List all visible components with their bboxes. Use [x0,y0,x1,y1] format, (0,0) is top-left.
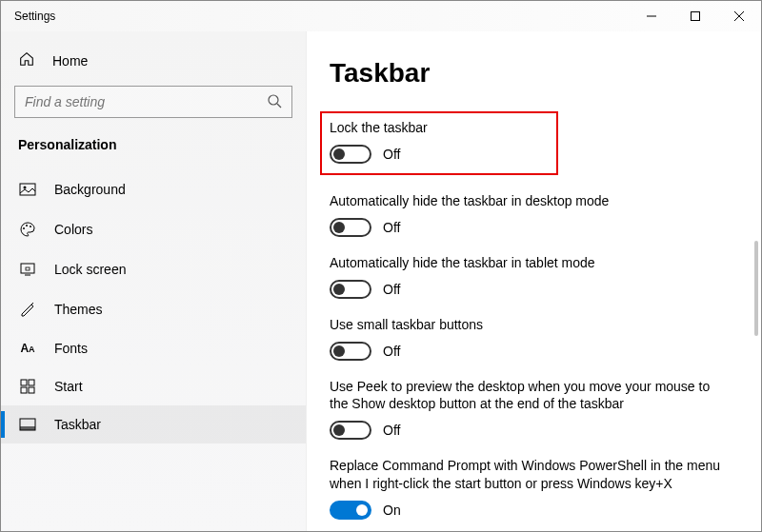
sidebar-item-label: Lock screen [54,262,126,277]
window-title: Settings [14,10,55,23]
setting-lock-taskbar: Lock the taskbar Off [320,111,558,175]
svg-rect-17 [29,387,34,393]
fonts-icon: AA [18,342,37,355]
themes-icon [18,301,37,318]
toggle-autohide-desktop[interactable] [330,218,371,237]
maximize-button[interactable] [673,1,717,31]
sidebar-item-label: Start [54,379,83,394]
svg-rect-16 [21,387,27,393]
lock-screen-icon [18,261,37,278]
sidebar-item-fonts[interactable]: AA Fonts [1,329,306,367]
home-label: Home [52,53,88,69]
setting-label: Use Peek to preview the desktop when you… [330,378,730,414]
setting-autohide-tablet: Automatically hide the taskbar in tablet… [330,254,742,299]
svg-rect-13 [26,267,30,270]
toggle-powershell[interactable] [330,501,371,520]
close-button[interactable] [717,1,761,31]
scrollbar[interactable] [754,241,758,336]
svg-line-5 [277,104,281,108]
sidebar-item-start[interactable]: Start [1,367,306,405]
search-icon [267,93,282,111]
titlebar: Settings [1,1,761,31]
toggle-state: Off [383,220,400,235]
setting-autohide-desktop: Automatically hide the taskbar in deskto… [330,192,742,237]
window-controls [630,1,761,31]
home-link[interactable]: Home [1,43,306,78]
sidebar-item-colors[interactable]: Colors [1,209,306,249]
start-icon [18,379,37,394]
toggle-state: Off [383,147,400,162]
toggle-state: Off [383,282,400,297]
toggle-autohide-tablet[interactable] [330,280,371,299]
minimize-button[interactable] [630,1,673,31]
toggle-small-buttons[interactable] [330,342,371,361]
setting-peek: Use Peek to preview the desktop when you… [330,378,742,441]
taskbar-icon [18,418,37,431]
toggle-peek[interactable] [330,421,371,440]
picture-icon [18,181,37,198]
sidebar-item-label: Fonts [54,341,88,356]
svg-rect-15 [29,380,34,385]
svg-point-4 [269,95,278,105]
sidebar-item-taskbar[interactable]: Taskbar [1,405,306,443]
svg-point-9 [26,225,28,227]
sidebar-item-lock-screen[interactable]: Lock screen [1,249,306,289]
home-icon [18,50,35,70]
sidebar-item-label: Taskbar [54,417,101,432]
toggle-state: Off [383,344,400,359]
sidebar-item-label: Background [54,182,126,197]
setting-label: Replace Command Prompt with Windows Powe… [330,457,730,493]
setting-small-buttons: Use small taskbar buttons Off [330,316,742,361]
toggle-state: Off [383,423,400,438]
search-input[interactable] [25,94,267,109]
svg-point-10 [30,226,31,227]
search-box[interactable] [14,86,292,118]
group-label: Personalization [1,128,306,169]
toggle-state: On [383,502,401,518]
toggle-lock-taskbar[interactable] [330,145,371,164]
setting-label: Automatically hide the taskbar in deskto… [330,192,730,210]
page-title: Taskbar [330,58,742,89]
sidebar: Home Personalization Background Colors L… [1,31,307,532]
setting-label: Automatically hide the taskbar in tablet… [330,254,730,272]
setting-label: Lock the taskbar [330,119,549,137]
main-panel: Taskbar Lock the taskbar Off Automatical… [307,31,761,532]
svg-rect-1 [692,12,700,21]
sidebar-item-label: Colors [54,222,92,237]
svg-rect-19 [20,426,35,430]
setting-label: Use small taskbar buttons [330,316,730,334]
setting-powershell: Replace Command Prompt with Windows Powe… [330,457,742,520]
palette-icon [18,221,37,238]
svg-rect-14 [21,380,27,385]
sidebar-item-label: Themes [54,302,103,317]
svg-point-8 [23,227,25,229]
sidebar-item-themes[interactable]: Themes [1,289,306,329]
svg-rect-11 [21,264,34,273]
svg-point-7 [24,187,27,189]
sidebar-item-background[interactable]: Background [1,169,306,209]
